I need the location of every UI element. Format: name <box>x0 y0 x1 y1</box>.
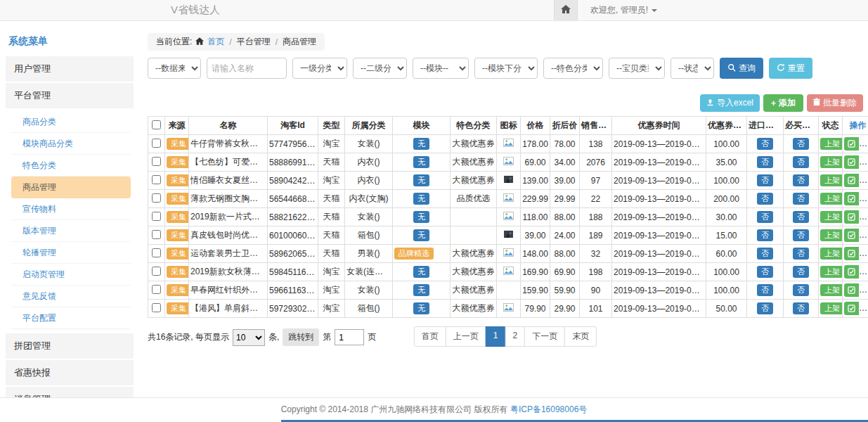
user-menu[interactable]: 欢迎您, 管理员! <box>590 4 657 16</box>
row-checkbox[interactable] <box>152 212 161 221</box>
edit-button[interactable] <box>844 174 859 187</box>
sidebar-item[interactable]: 宣传物料 <box>11 198 131 220</box>
edit-button[interactable] <box>844 229 859 242</box>
add-button[interactable]: + 添加 <box>763 94 803 112</box>
row-checkbox[interactable] <box>152 193 161 203</box>
page-button[interactable]: 2 <box>505 326 526 347</box>
level1-category-select[interactable]: 一级分类 <box>292 58 347 79</box>
must-buy-toggle[interactable]: 否 <box>793 284 809 296</box>
edit-button[interactable] <box>844 192 859 205</box>
jump-button[interactable]: 跳转到 <box>283 328 319 346</box>
edit-button[interactable] <box>844 247 859 260</box>
row-checkbox[interactable] <box>152 303 161 312</box>
status-badge[interactable]: 上架 <box>820 174 843 186</box>
level2-category-select[interactable]: --二级分类-- <box>353 58 407 79</box>
import-select-toggle[interactable]: 否 <box>757 302 773 314</box>
sidebar-group[interactable]: 拼团管理 <box>6 333 134 359</box>
page-button[interactable]: 末页 <box>564 326 597 347</box>
sidebar-item[interactable]: 版本管理 <box>11 220 131 242</box>
row-checkbox[interactable] <box>152 248 161 257</box>
import-select-toggle[interactable]: 否 <box>757 266 773 278</box>
select-all-checkbox[interactable] <box>152 120 161 129</box>
sidebar-item[interactable]: 意见反馈 <box>11 286 131 307</box>
data-source-select[interactable]: --数据来源-- <box>148 58 201 79</box>
import-select-toggle[interactable]: 否 <box>757 193 773 205</box>
import-select-toggle[interactable]: 否 <box>757 211 773 223</box>
must-buy-toggle[interactable]: 否 <box>793 193 809 205</box>
jump-page-input[interactable] <box>335 329 364 345</box>
sidebar-item[interactable]: 商品分类 <box>11 111 131 133</box>
edit-button[interactable] <box>844 283 859 297</box>
pagination-summary: 共16条记录, 每页显示 10 条, 跳转到 第 页 <box>148 328 376 346</box>
import-select-toggle[interactable]: 否 <box>757 156 773 168</box>
sidebar-group[interactable]: 平台管理 <box>6 83 134 108</box>
sidebar-item[interactable]: 商品管理 <box>11 177 131 198</box>
page-button[interactable]: 1 <box>486 326 506 347</box>
page-button[interactable]: 首页 <box>414 326 446 347</box>
row-checkbox[interactable] <box>152 175 161 184</box>
edit-icon <box>848 231 855 239</box>
import-select-toggle[interactable]: 否 <box>757 138 773 150</box>
product-category: 女装() <box>358 139 380 148</box>
must-buy-toggle[interactable]: 否 <box>793 266 809 278</box>
import-excel-button[interactable]: 导入excel <box>700 94 760 112</box>
sidebar-group[interactable]: 消息管理 <box>6 387 134 397</box>
per-page-select[interactable]: 10 <box>233 329 265 346</box>
product-category: 内衣(文胸) <box>349 193 389 203</box>
status-badge[interactable]: 上架 <box>820 156 843 168</box>
status-badge[interactable]: 上架 <box>820 266 843 278</box>
feature-category-select[interactable]: --特色分类-- <box>543 58 603 79</box>
status-badge[interactable]: 上架 <box>820 248 843 260</box>
name-search-input[interactable] <box>207 58 287 79</box>
sidebar-item[interactable]: 平台配置 <box>11 307 131 329</box>
home-button[interactable] <box>554 0 578 20</box>
must-buy-toggle[interactable]: 否 <box>793 302 809 314</box>
breadcrumb-home-link[interactable]: 首页 <box>207 36 224 48</box>
import-select-toggle[interactable]: 否 <box>757 248 773 260</box>
row-checkbox[interactable] <box>152 230 161 239</box>
import-select-toggle[interactable]: 否 <box>757 229 773 241</box>
module-subcategory-select[interactable]: --模块下分类-- <box>474 58 538 79</box>
row-checkbox[interactable] <box>152 157 161 166</box>
status-badge[interactable]: 上架 <box>820 284 843 296</box>
status-badge[interactable]: 上架 <box>820 193 843 205</box>
must-buy-toggle[interactable]: 否 <box>793 211 809 223</box>
must-buy-toggle[interactable]: 否 <box>793 248 809 260</box>
edit-button[interactable] <box>844 155 859 169</box>
icp-link[interactable]: 粤ICP备16098006号 <box>510 404 587 414</box>
module-select[interactable]: --模块-- <box>413 58 469 79</box>
sidebar-item[interactable]: 特色分类 <box>11 155 131 177</box>
coupon-amount: 60.00 <box>715 249 737 259</box>
sidebar-group[interactable]: 省惠快报 <box>6 360 134 385</box>
search-button[interactable]: 查询 <box>720 58 763 79</box>
edit-button[interactable] <box>844 210 859 224</box>
edit-button[interactable] <box>844 137 859 151</box>
sidebar-item[interactable]: 轮播管理 <box>11 242 131 264</box>
must-buy-toggle[interactable]: 否 <box>793 229 809 241</box>
reset-button[interactable]: 重置 <box>769 58 812 79</box>
batch-delete-button[interactable]: 批量删除 <box>807 94 863 112</box>
product-type: 天猫 <box>323 248 340 258</box>
must-buy-toggle[interactable]: 否 <box>793 156 809 168</box>
status-select[interactable]: --状态-- <box>671 58 714 79</box>
status-badge[interactable]: 上架 <box>820 138 843 150</box>
page-button[interactable]: 上一页 <box>446 326 486 347</box>
must-buy-toggle[interactable]: 否 <box>793 174 809 186</box>
status-badge[interactable]: 上架 <box>820 211 843 223</box>
status-badge[interactable]: 上架 <box>820 302 843 314</box>
import-select-toggle[interactable]: 否 <box>757 284 773 296</box>
edit-button[interactable] <box>844 302 859 315</box>
row-checkbox[interactable] <box>152 285 161 294</box>
sidebar-item[interactable]: 启动页管理 <box>11 264 131 286</box>
row-checkbox[interactable] <box>152 139 161 148</box>
sidebar-item[interactable]: 模块商品分类 <box>11 133 131 155</box>
must-buy-toggle[interactable]: 否 <box>793 138 809 150</box>
product-type: 淘宝 <box>323 175 340 185</box>
row-checkbox[interactable] <box>152 267 161 276</box>
import-select-toggle[interactable]: 否 <box>757 174 773 186</box>
status-badge[interactable]: 上架 <box>820 229 843 241</box>
item-type-select[interactable]: --宝贝类型-- <box>609 58 665 79</box>
sidebar-group[interactable]: 用户管理 <box>6 56 134 82</box>
edit-button[interactable] <box>844 265 859 279</box>
page-button[interactable]: 下一页 <box>524 326 565 347</box>
